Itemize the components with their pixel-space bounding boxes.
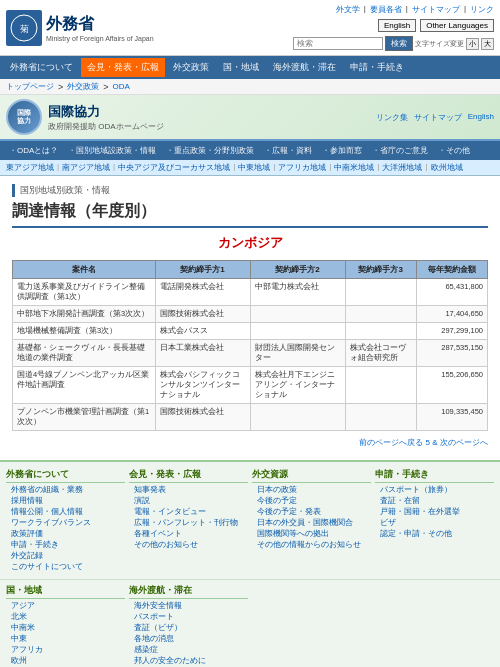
- fnav-press: 会見・発表・広報 知事発表 演説 電報・インタビュー 広報・パンフレット・刊行物…: [129, 468, 248, 573]
- nav-item-regions[interactable]: 国・地域: [217, 58, 265, 77]
- breadcrumb-policy[interactable]: 外交政策: [67, 81, 99, 92]
- nav-item-press[interactable]: 会見・発表・広報: [81, 58, 165, 77]
- ministry-name-ja: 外務省: [46, 14, 154, 35]
- table-cell-3: 株式会社コーヴォ組合研究所: [345, 340, 416, 367]
- region-europe[interactable]: 欧州地域: [431, 162, 463, 173]
- region-africa[interactable]: アフリカ地域: [278, 162, 326, 173]
- table-cell-1: 国際技術株式会社: [155, 404, 250, 431]
- link-sitemap[interactable]: 要員各省: [370, 4, 402, 15]
- table-cell-2: 財団法人国際開発センター: [250, 340, 345, 367]
- lang-english-button[interactable]: English: [378, 19, 416, 32]
- oda-header: 国際協力 国際協力 政府開発援助 ODAホームページ リンク集 サイトマップ E…: [0, 95, 500, 141]
- fnav-diplomacy-link6[interactable]: その他の情報からのお知らせ: [252, 540, 371, 550]
- fnav2-europe[interactable]: 欧州: [6, 656, 125, 666]
- oda-nav-ministries[interactable]: ・省庁のご意見: [367, 143, 433, 158]
- fnav2-north-america[interactable]: 北米: [6, 612, 125, 622]
- fontsize-large[interactable]: 大: [481, 38, 494, 50]
- region-central-asia[interactable]: 中央アジア及びコーカサス地域: [118, 162, 230, 173]
- region-latin-america[interactable]: 中南米地域: [334, 162, 374, 173]
- search-input[interactable]: [293, 37, 383, 50]
- table-cell-2: 中部電力株式会社: [250, 279, 345, 306]
- oda-english[interactable]: English: [468, 112, 494, 123]
- fnav-press-link2[interactable]: 演説: [129, 496, 248, 506]
- region-south-asia[interactable]: 南アジア地域: [62, 162, 110, 173]
- pagination: 前のページへ戻る 5 & 次のページへ: [12, 437, 488, 448]
- fnav-diplomacy-link4[interactable]: 日本の外交員・国際機関合: [252, 518, 371, 528]
- fnav2-safety2[interactable]: 邦人の安全のために: [129, 656, 248, 666]
- table-cell-1: 国際技術株式会社: [155, 306, 250, 323]
- oda-nav-policy[interactable]: ・重点政策・分野別政策: [161, 143, 259, 158]
- fnav2-passport[interactable]: パスポート: [129, 612, 248, 622]
- search-button[interactable]: 検索: [385, 36, 413, 51]
- oda-nav-pr[interactable]: ・広報・資料: [259, 143, 317, 158]
- region-east-asia[interactable]: 東アジア地域: [6, 162, 54, 173]
- fnav-procedures-link4[interactable]: ビザ: [375, 518, 494, 528]
- fnav-about-link6[interactable]: 申請・手続き: [6, 540, 125, 550]
- oda-nav-participate[interactable]: ・参加而窓: [317, 143, 367, 158]
- link-mofa[interactable]: 外文学: [336, 4, 360, 15]
- breadcrumb-top[interactable]: トップページ: [6, 81, 54, 92]
- link-links[interactable]: サイトマップ: [412, 4, 460, 15]
- fnav2-asia[interactable]: アジア: [6, 601, 125, 611]
- fnav2-col3: [252, 584, 494, 667]
- prev-page-link[interactable]: 前のページへ戻る 5 &: [359, 438, 437, 447]
- nav-item-about[interactable]: 外務省について: [4, 58, 79, 77]
- fnav2-africa[interactable]: アフリカ: [6, 645, 125, 655]
- table-cell-0: 基礎都・シェークヴィル・長長基礎地道の業件調査: [13, 340, 156, 367]
- fontsize-small[interactable]: 小: [466, 38, 479, 50]
- fnav2-news[interactable]: 各地の消息: [129, 634, 248, 644]
- fnav2-infection[interactable]: 感染症: [129, 645, 248, 655]
- fnav-press-link5[interactable]: 各種イベント: [129, 529, 248, 539]
- fnav2-visa[interactable]: 査証（ビザ）: [129, 623, 248, 633]
- fnav-press-link6[interactable]: その他のお知らせ: [129, 540, 248, 550]
- fnav-diplomacy-link5[interactable]: 国際機関等への拠出: [252, 529, 371, 539]
- header-right: 外文学 | 要員各省 | サイトマップ | リンク English Other …: [293, 4, 494, 51]
- fnav-about-link4[interactable]: ワークライブバランス: [6, 518, 125, 528]
- oda-nav-what[interactable]: ・ODAとは？: [4, 143, 63, 158]
- lang-other-button[interactable]: Other Languages: [420, 19, 494, 32]
- table-cell-0: 電力送系事業及びガイドライン整備供調調査（第1次）: [13, 279, 156, 306]
- fnav2-middle-east[interactable]: 中東: [6, 634, 125, 644]
- fnav2-latin-america[interactable]: 中南米: [6, 623, 125, 633]
- region-middle-east[interactable]: 中東地域: [238, 162, 270, 173]
- fnav-procedures-link2[interactable]: 査証・在留: [375, 496, 494, 506]
- fnav-press-link3[interactable]: 電報・インタビュー: [129, 507, 248, 517]
- fnav-press-link4[interactable]: 広報・パンフレット・刊行物: [129, 518, 248, 528]
- fnav-about-link2[interactable]: 採用情報: [6, 496, 125, 506]
- fnav-about-link8[interactable]: このサイトについて: [6, 562, 125, 572]
- fnav-about-link7[interactable]: 外交記録: [6, 551, 125, 561]
- fnav-press-link1[interactable]: 知事発表: [129, 485, 248, 495]
- fnav-about-link1[interactable]: 外務省の組織・業務: [6, 485, 125, 495]
- table-cell-3: [345, 404, 416, 431]
- svg-text:菊: 菊: [20, 24, 29, 34]
- fnav2-safety[interactable]: 海外安全情報: [129, 601, 248, 611]
- table-cell-4: 297,299,100: [416, 323, 487, 340]
- table-row: 電力送系事業及びガイドライン整備供調調査（第1次）電話開発株式会社中部電力株式会…: [13, 279, 488, 306]
- footer-nav2: 国・地域 アジア 北米 中南米 中東 アフリカ 欧州 大洋洲 海外渡航・滞在 海…: [0, 579, 500, 667]
- oda-logo: 国際協力 国際協力 政府開発援助 ODAホームページ: [6, 99, 164, 135]
- nav-item-travel[interactable]: 海外渡航・滞在: [267, 58, 342, 77]
- fnav-procedures-link1[interactable]: パスポート（旅券）: [375, 485, 494, 495]
- fnav-diplomacy-link1[interactable]: 日本の政策: [252, 485, 371, 495]
- fnav-diplomacy-link3[interactable]: 今後の予定・発表: [252, 507, 371, 517]
- link-links2[interactable]: リンク: [470, 4, 494, 15]
- oda-title: 国際協力: [48, 103, 164, 121]
- next-page-link[interactable]: 次のページへ: [440, 438, 488, 447]
- main-content: 国別地域別政策・情報 調達情報（年度別） カンボジア 案件名 契約締手方1 契約…: [0, 176, 500, 460]
- nav-item-procedures[interactable]: 申請・手続き: [344, 58, 410, 77]
- oda-sitemap[interactable]: サイトマップ: [414, 112, 462, 123]
- fnav-diplomacy-link2[interactable]: 今後の予定: [252, 496, 371, 506]
- region-oceania[interactable]: 大洋洲地域: [382, 162, 422, 173]
- breadcrumb-oda[interactable]: ODA: [113, 82, 130, 91]
- oda-nav-country[interactable]: ・国別地域設政策・情報: [63, 143, 161, 158]
- nav-item-policy[interactable]: 外交政策: [167, 58, 215, 77]
- oda-link-collection[interactable]: リンク集: [376, 112, 408, 123]
- fnav-about-link3[interactable]: 情報公開・個人情報: [6, 507, 125, 517]
- fnav-procedures-link5[interactable]: 認定・申請・その他: [375, 529, 494, 539]
- fnav-about-items: 外務省の組織・業務 採用情報 情報公開・個人情報 ワークライブバランス 政策評価…: [6, 485, 125, 572]
- fnav-about-link5[interactable]: 政策評価: [6, 529, 125, 539]
- fnav-procedures-link3[interactable]: 戸籍・国籍・在外選挙: [375, 507, 494, 517]
- fnav-diplomacy-items: 日本の政策 今後の予定 今後の予定・発表 日本の外交員・国際機関合 国際機関等へ…: [252, 485, 371, 550]
- fnav-about-title: 外務省について: [6, 468, 125, 483]
- oda-nav-other[interactable]: ・その他: [433, 143, 475, 158]
